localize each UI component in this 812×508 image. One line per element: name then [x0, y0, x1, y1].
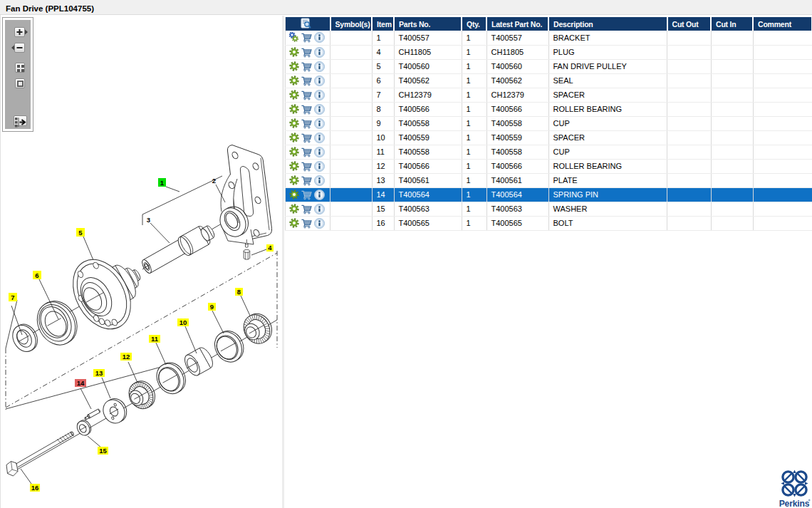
svg-text:7: 7 [11, 294, 14, 301]
svg-text:6: 6 [35, 271, 38, 279]
svg-text:2: 2 [212, 177, 216, 185]
svg-text:14: 14 [77, 379, 85, 387]
svg-text:Perkins: Perkins [779, 499, 810, 508]
svg-text:5: 5 [78, 229, 83, 237]
svg-text:3: 3 [147, 216, 150, 224]
svg-text:4: 4 [268, 244, 272, 252]
svg-text:13: 13 [95, 369, 103, 377]
svg-text:16: 16 [31, 484, 39, 492]
svg-text:1: 1 [160, 179, 165, 187]
svg-text:9: 9 [210, 303, 214, 311]
svg-text:11: 11 [151, 335, 159, 343]
svg-text:15: 15 [99, 447, 107, 455]
svg-text:12: 12 [123, 353, 130, 361]
svg-text:10: 10 [179, 318, 187, 326]
svg-text:8: 8 [237, 288, 241, 296]
